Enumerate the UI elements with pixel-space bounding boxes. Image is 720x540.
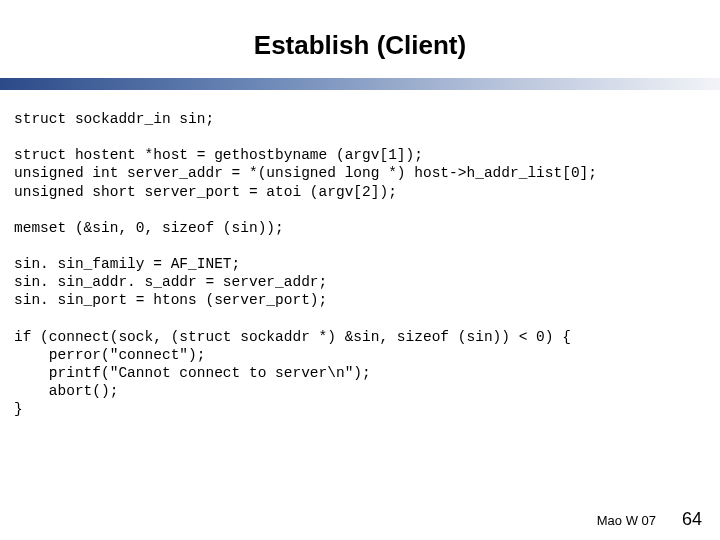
title-divider-bar bbox=[0, 78, 720, 90]
footer-credit: Mao W 07 bbox=[597, 513, 656, 528]
slide-title: Establish (Client) bbox=[0, 30, 720, 61]
page-number: 64 bbox=[682, 509, 702, 530]
code-block: struct sockaddr_in sin; struct hostent *… bbox=[14, 110, 706, 418]
slide: Establish (Client) struct sockaddr_in si… bbox=[0, 0, 720, 540]
